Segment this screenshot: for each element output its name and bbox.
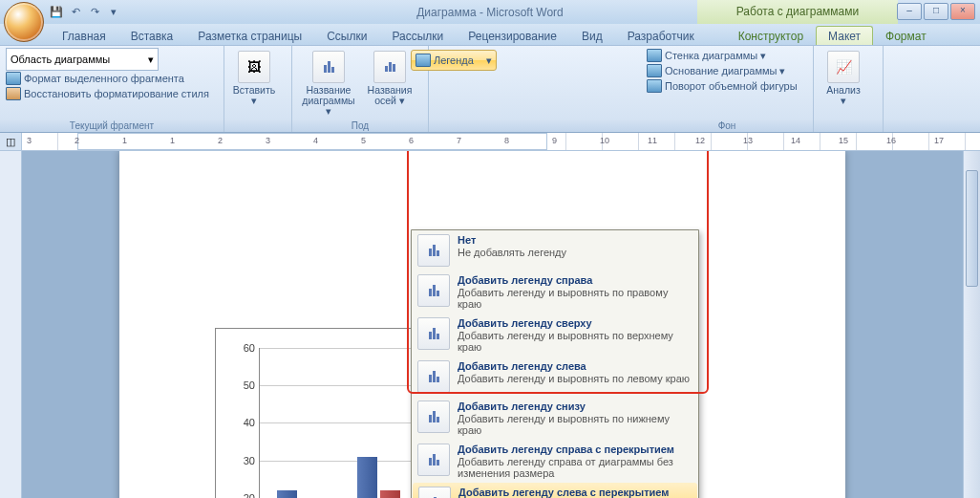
legend-option-desc: Добавить легенду и выровнять по левому к… [458,373,692,384]
chart-y-tick: 60 [231,342,255,354]
ruler-corner[interactable]: ◫ [0,133,22,150]
legend-option-2[interactable]: Добавить легенду сверхуДобавить легенду … [412,314,698,357]
tab-Главная[interactable]: Главная [50,26,118,45]
legend-option-desc: Добавить легенду и выровнять по нижнему … [458,413,692,436]
chart-y-tick: 40 [231,417,255,428]
axis-titles-icon [373,51,406,83]
save-icon[interactable]: 💾 [48,3,65,20]
legend-option-icon [417,444,450,476]
legend-option-title: Добавить легенду справа с перекрытием [458,444,692,455]
minimize-button[interactable]: – [897,3,922,20]
legend-option-title: Добавить легенду слева с перекрытием [458,487,692,498]
ruler-tick: 6 [409,136,414,145]
chart-wall-button[interactable]: Стенка диаграммы ▾ [647,48,807,63]
format-selection-button[interactable]: Формат выделенного фрагмента [6,71,218,86]
ruler-tick: 16 [886,136,896,145]
reset-style-button[interactable]: Восстановить форматирование стиля [6,86,218,101]
legend-option-icon [417,234,450,267]
legend-option-3[interactable]: Добавить легенду слеваДобавить легенду и… [412,357,698,397]
legend-option-0[interactable]: НетНе добавлять легенду [412,230,698,271]
legend-option-title: Добавить легенду слева [458,360,692,372]
chart-y-tick: 50 [231,379,255,391]
ruler-tick: 12 [695,136,705,145]
legend-option-icon [417,317,450,350]
redo-icon[interactable]: ↷ [86,3,103,20]
analysis-icon: 📈 [827,51,860,83]
ruler-tick: 15 [839,136,848,145]
legend-dropdown-menu: НетНе добавлять легендуДобавить легенду … [411,229,699,498]
chart-bar [357,457,377,498]
tab-Вставка[interactable]: Вставка [118,26,186,45]
legend-option-icon [417,401,450,433]
axis-titles-button[interactable]: Названия осей ▾ [362,48,417,107]
chart-y-tick: 20 [231,492,255,498]
ruler-tick: 3 [266,136,270,145]
chart-title-icon [312,51,345,83]
analysis-button[interactable]: 📈 Анализ▾ [820,48,867,107]
tab-Макет[interactable]: Макет [816,26,873,45]
legend-option-title: Нет [458,234,692,246]
legend-option-desc: Не добавлять легенду [458,247,692,258]
insert-button[interactable]: 🖼 Вставить▾ [230,48,278,107]
legend-option-desc: Добавить легенду и выровнять по верхнему… [458,330,692,353]
chart-floor-button[interactable]: Основание диаграммы ▾ [647,63,807,78]
scrollbar-thumb[interactable] [966,170,978,287]
legend-button[interactable]: Легенда▾ [411,50,497,71]
legend-option-title: Добавить легенду снизу [458,401,692,412]
ruler-tick: 2 [75,136,79,145]
chart-element-selector[interactable]: Область диаграммы▾ [6,48,159,71]
legend-option-title: Добавить легенду справа [458,274,692,286]
title-bar: 💾 ↶ ↷ ▾ Диаграмма - Microsoft Word Работ… [0,0,980,24]
group-label: Под [292,120,428,131]
legend-option-desc: Добавить легенду справа от диаграммы без… [458,456,692,479]
office-button[interactable] [4,2,44,42]
qat-dropdown-icon[interactable]: ▾ [105,3,122,20]
rotate-3d-button[interactable]: Поворот объемной фигуры [647,78,807,94]
horizontal-ruler: ◫ 3211234567891011121314151617 [0,133,980,151]
ruler-tick: 9 [552,136,557,145]
vertical-ruler [0,151,22,498]
tab-Разработчик[interactable]: Разработчик [615,26,707,45]
tab-Разметка страницы[interactable]: Разметка страницы [185,26,314,45]
chart-y-tick: 30 [231,455,255,466]
ruler-tick: 5 [361,136,366,145]
legend-option-desc: Добавить легенду и выровнять по правому … [458,287,692,310]
chart-bar [380,490,400,498]
legend-option-icon [417,274,450,307]
quick-access-toolbar: 💾 ↶ ↷ ▾ [48,3,122,20]
ruler-tick: 10 [600,136,609,145]
legend-option-title: Добавить легенду сверху [458,317,692,329]
maximize-button[interactable]: □ [924,3,948,20]
ruler-tick: 13 [743,136,753,145]
tab-Конструктор[interactable]: Конструктор [726,26,816,45]
ruler-tick: 2 [218,136,223,145]
chart-title-button[interactable]: Название диаграммы ▾ [298,48,359,118]
ribbon: Область диаграммы▾ Формат выделенного фр… [0,45,980,133]
tab-Рассылки[interactable]: Рассылки [379,26,456,45]
legend-icon [415,54,431,67]
ruler-tick: 3 [27,136,32,145]
legend-option-6[interactable]: Добавить легенду слева с перекрытиемДоба… [413,483,697,498]
ruler-tick: 11 [648,136,657,145]
ruler-tick: 1 [170,136,175,145]
ribbon-tabs: ГлавнаяВставкаРазметка страницыСсылкиРас… [0,24,980,45]
group-label: Текущий фрагмент [0,120,224,131]
legend-option-icon [418,487,451,498]
contextual-tab-title: Работа с диаграммами [697,0,898,24]
tab-Вид[interactable]: Вид [569,26,615,45]
vertical-scrollbar[interactable] [963,151,980,498]
close-button[interactable]: × [950,3,975,20]
tab-Рецензирование[interactable]: Рецензирование [456,26,569,45]
undo-icon[interactable]: ↶ [67,3,84,20]
document-area: 0102030405060Вечерний звонРоссийскийСлив… [0,151,980,498]
insert-icon: 🖼 [238,51,270,83]
tab-Ссылки[interactable]: Ссылки [314,26,379,45]
legend-option-5[interactable]: Добавить легенду справа с перекрытиемДоб… [412,440,698,483]
tab-Формат[interactable]: Формат [873,26,939,45]
ruler-tick: 1 [122,136,127,145]
ruler-tick: 7 [457,136,461,145]
legend-option-1[interactable]: Добавить легенду справаДобавить легенду … [412,271,698,314]
chart-bar [277,490,297,498]
ruler-tick: 4 [313,136,318,145]
legend-option-4[interactable]: Добавить легенду снизуДобавить легенду и… [412,397,698,440]
